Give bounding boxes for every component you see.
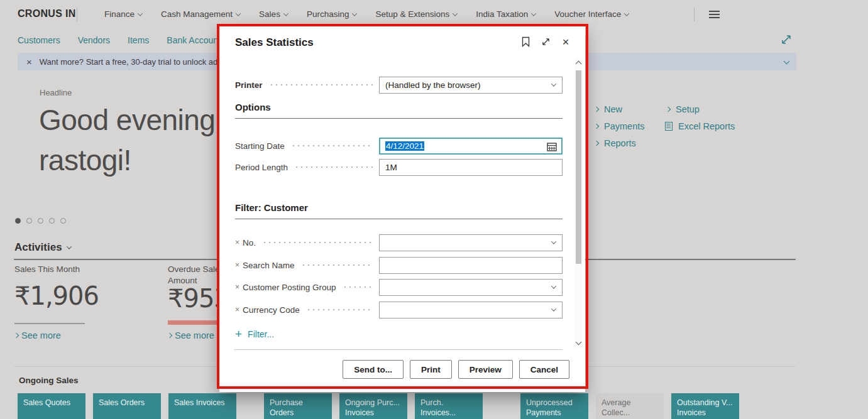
chevron-right-icon [167,333,172,338]
starting-date-input[interactable]: 4/12/2021 [379,138,563,155]
footer-divider [234,349,563,350]
printer-select[interactable]: (Handled by the browser) [379,77,563,94]
action-payments[interactable]: Payments [595,121,644,131]
filter-search-name-input[interactable] [379,257,563,274]
scroll-up-icon[interactable] [576,61,582,67]
chevron-down-icon [551,306,556,311]
nav-menu-setup-extensions[interactable]: Setup & Extensions [375,9,457,19]
tile-unprocessed-payments[interactable]: UnprocessedPayments [520,393,588,419]
cancel-button[interactable]: Cancel [519,360,569,379]
tile-sales-orders[interactable]: Sales Orders [93,393,161,419]
clear-filter-icon[interactable]: × [235,283,239,291]
tile-purchase-orders[interactable]: Purchase Orders [264,393,332,419]
nav-menu-cash-management[interactable]: Cash Management [161,9,240,19]
nav-menu-india-taxation[interactable]: India Taxation [476,9,536,19]
dotted-leader [294,166,373,168]
nav-menu-finance[interactable]: Finance [104,9,142,19]
chevron-down-icon [236,11,241,16]
filter-no-select[interactable] [379,234,563,251]
clear-filter-icon[interactable]: × [235,238,239,247]
chevron-down-icon [624,11,629,16]
filter-label: Currency Code [243,305,300,315]
nav-menu-sales[interactable]: Sales [259,9,288,19]
chevron-down-icon [531,11,536,16]
filter-label: Search Name [243,261,295,270]
period-length-row: Period Length 1M [235,158,563,176]
tile-outstanding-vendor-invoices[interactable]: Outstanding V...Invoices [671,393,739,419]
clear-filter-icon[interactable]: × [235,305,239,314]
chevron-down-icon [551,81,556,86]
calendar-icon[interactable] [547,142,557,151]
scroll-down-icon[interactable] [576,339,582,346]
cue-value[interactable]: ₹1,906 [14,281,159,310]
add-filter-link[interactable]: + Filter... [235,328,274,340]
dotted-leader [301,264,373,266]
activities-section-title[interactable]: Activities [14,241,71,254]
selected-text: 4/12/2021 [385,141,424,151]
nav-menu-purchasing[interactable]: Purchasing [307,9,357,19]
bookmark-icon[interactable] [520,36,531,47]
chevron-right-icon [594,107,599,112]
hamburger-menu-icon[interactable] [709,11,720,18]
send-to-button[interactable]: Send to... [343,360,404,379]
filter-label: No. [243,238,256,248]
clear-filter-icon[interactable]: × [235,261,239,269]
carousel-dot-active[interactable] [15,218,21,224]
tile-average-collection-days[interactable]: Average Collec...Days [596,393,664,419]
notification-text: Want more? Start a free, 30-day trial to… [40,57,218,67]
chevron-down-icon [66,244,71,249]
starting-date-label: Starting Date [235,141,285,151]
see-more-link[interactable]: See more [168,330,214,340]
print-button[interactable]: Print [410,360,452,379]
greeting-line-2: rastogi! [39,143,131,177]
period-length-input[interactable]: 1M [379,159,563,176]
chevron-right-icon [14,333,19,338]
subnav-customers[interactable]: Customers [18,35,60,45]
tile-sales-invoices[interactable]: Sales Invoices [168,393,236,419]
tile-purchase-invoices-next-week[interactable]: Purch. Invoices...Next Week [415,393,483,419]
preview-button[interactable]: Preview [458,360,513,379]
action-reports[interactable]: Reports [595,138,636,148]
carousel-dot[interactable] [26,218,32,224]
carousel-dot[interactable] [60,218,66,224]
cue-underline [14,323,85,324]
top-navigation: CRONUS IN Finance Cash Management Sales … [0,0,868,29]
options-section-title: Options [235,102,563,119]
expand-page-icon[interactable] [781,35,791,45]
filter-currency-code-select[interactable] [379,302,563,318]
company-name[interactable]: CRONUS IN [18,8,75,19]
filter-row-currency-code: × Currency Code [235,301,563,318]
dialog-title: Sales Statistics [235,36,314,49]
nav-menu-voucher-interface[interactable]: Voucher Interface [554,9,629,19]
chevron-down-icon[interactable] [784,58,790,65]
action-new[interactable]: New [595,104,622,114]
dotted-leader [269,84,373,85]
dotted-leader [306,309,373,310]
subnav-items[interactable]: Items [128,35,149,45]
printer-row: Printer (Handled by the browser) [235,76,563,94]
subnav-vendors[interactable]: Vendors [78,35,110,45]
close-icon[interactable]: × [560,36,571,47]
tile-sales-quotes[interactable]: Sales Quotes [18,393,85,419]
period-length-label: Period Length [235,163,288,172]
carousel-dot[interactable] [38,218,43,224]
filter-row-customer-posting-group: × Customer Posting Group [235,278,563,296]
scrollbar-thumb[interactable] [576,70,581,264]
dialog-scrollbar[interactable] [574,58,583,348]
chevron-down-icon [283,11,288,16]
starting-date-row: Starting Date 4/12/2021 [235,137,563,155]
action-excel-reports[interactable]: Excel Reports [665,121,735,131]
carousel-dot[interactable] [49,218,55,224]
dotted-leader [343,286,373,288]
cue-sales-this-month: Sales This Month ₹1,906 See more [14,264,159,310]
filter-customer-posting-group-select[interactable] [379,279,563,296]
action-setup[interactable]: Setup [666,104,700,114]
dialog-footer: Send to... Print Preview Cancel [343,360,569,379]
expand-dialog-icon[interactable] [540,36,551,47]
tile-ongoing-purchase-invoices[interactable]: Ongoing Purc...Invoices [339,393,407,419]
filter-section-title: Filter: Customer [235,202,563,219]
dismiss-icon[interactable]: × [26,57,32,67]
see-more-link[interactable]: See more [14,330,61,340]
dotted-leader [291,145,373,146]
subnav-bank-accounts[interactable]: Bank Account [167,35,221,45]
